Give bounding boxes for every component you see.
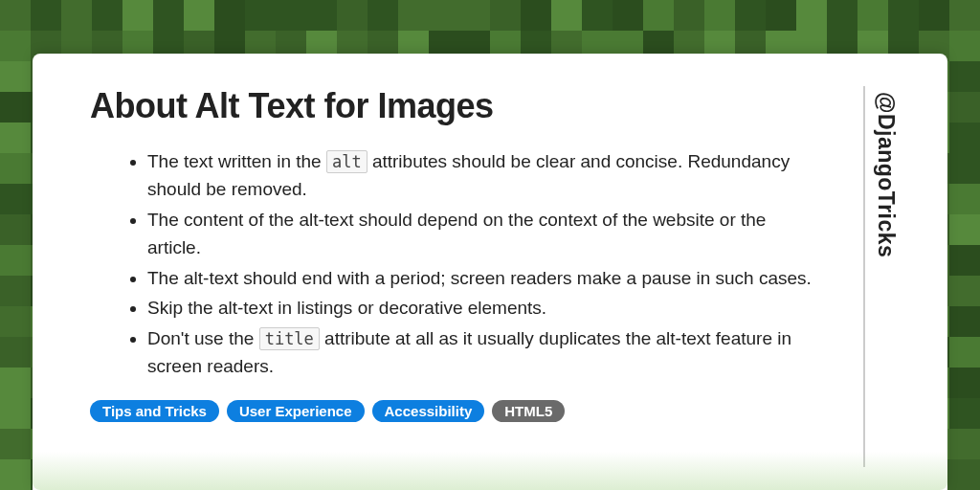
sidebar: @DjangoTricks xyxy=(863,86,905,467)
list-item: The content of the alt-text should depen… xyxy=(147,206,835,262)
list-item: The alt-text should end with a period; s… xyxy=(147,264,835,292)
bullet-list: The text written in the alt attributes s… xyxy=(90,147,835,383)
list-item: Don't use the title attribute at all as … xyxy=(147,324,835,381)
main-content: About Alt Text for Images The text writt… xyxy=(90,86,835,467)
tags-container: Tips and TricksUser ExperienceAccessibil… xyxy=(90,400,835,422)
list-item: The text written in the alt attributes s… xyxy=(147,147,835,204)
tag-badge[interactable]: User Experience xyxy=(227,400,365,422)
list-item: Skip the alt-text in listings or decorat… xyxy=(147,294,835,322)
inline-code: title xyxy=(259,327,320,350)
tag-badge[interactable]: HTML5 xyxy=(492,400,565,422)
author-handle: @DjangoTricks xyxy=(873,92,899,257)
inline-code: alt xyxy=(326,150,368,173)
tag-badge[interactable]: Accessibility xyxy=(372,400,485,422)
page-title: About Alt Text for Images xyxy=(90,86,835,126)
tag-badge[interactable]: Tips and Tricks xyxy=(90,400,219,422)
content-card: About Alt Text for Images The text writt… xyxy=(33,54,947,490)
